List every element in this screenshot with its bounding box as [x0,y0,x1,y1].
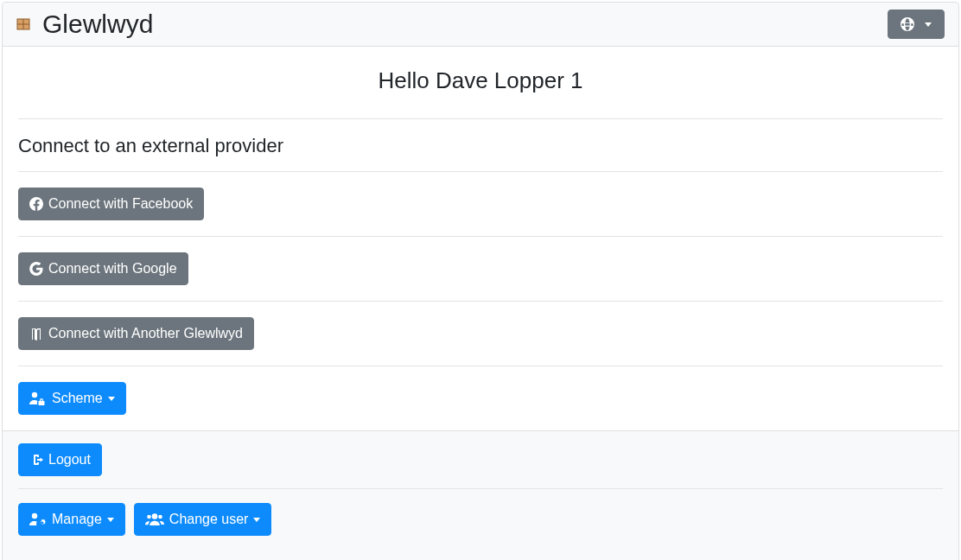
footer-row-logout: Logout [18,443,943,489]
brand: Glewlwyd [16,10,153,39]
sign-out-icon [29,453,43,467]
door-open-icon [29,327,43,340]
connect-glewlwyd-label: Connect with Another Glewlwyd [48,323,243,344]
greeting-heading: Hello Dave Lopper 1 [18,67,943,94]
svg-point-4 [32,513,37,519]
language-switcher-button[interactable] [888,10,945,39]
app-window: Glewlwyd Hello Dave Lopper 1 Connect to … [2,2,959,560]
change-user-dropdown-button[interactable]: Change user [134,503,272,536]
main-content: Hello Dave Lopper 1 Connect to an extern… [3,67,958,430]
scheme-dropdown-button[interactable]: Scheme [18,382,126,415]
manage-dropdown-button[interactable]: Manage [18,503,125,536]
users-icon [145,512,164,526]
svg-point-7 [158,515,162,519]
scheme-row: Scheme [18,366,943,430]
provider-row-google: Connect with Google [18,236,943,301]
connect-glewlwyd-button[interactable]: Connect with Another Glewlwyd [18,317,254,350]
manage-label: Manage [52,509,102,530]
connect-facebook-label: Connect with Facebook [48,194,193,214]
connect-facebook-button[interactable]: Connect with Facebook [18,188,204,220]
connect-google-button[interactable]: Connect with Google [18,252,188,285]
svg-point-5 [152,513,158,519]
external-providers-section: Connect to an external provider Connect … [18,118,943,430]
logout-label: Logout [48,449,91,470]
caret-down-icon [925,22,932,27]
user-cog-icon [29,512,47,526]
connect-google-label: Connect with Google [48,258,177,279]
logout-button[interactable]: Logout [18,443,102,476]
footer: Logout Manage [3,430,958,560]
change-user-label: Change user [169,509,249,530]
caret-down-icon [253,518,260,522]
svg-point-3 [32,392,37,398]
globe-icon [901,17,914,31]
provider-row-glewlwyd: Connect with Another Glewlwyd [18,301,943,366]
scheme-label: Scheme [52,388,103,409]
google-icon [29,262,43,276]
section-title: Connect to an external provider [18,135,943,162]
svg-point-6 [147,515,151,519]
footer-row-actions: Manage Change user [18,503,943,548]
caret-down-icon [108,397,115,401]
navbar: Glewlwyd [3,3,958,47]
facebook-icon [29,197,43,211]
user-lock-icon [29,391,47,405]
caret-down-icon [107,518,114,522]
brand-logo-icon [16,17,30,31]
provider-row-facebook: Connect with Facebook [18,171,943,236]
brand-title: Glewlwyd [42,10,153,39]
